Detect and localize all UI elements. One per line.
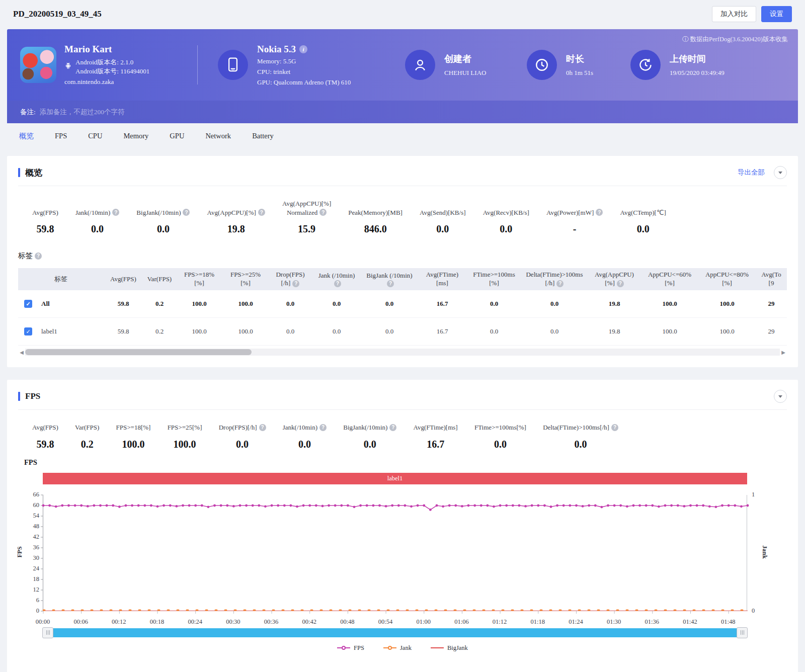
chart-label-band[interactable]: label1: [43, 473, 747, 484]
help-icon[interactable]: ?: [596, 209, 603, 216]
scroll-left-arrow-icon[interactable]: ◀: [18, 350, 25, 355]
y-tick-label: 0: [18, 607, 39, 615]
col-header-Avg(To: Avg(To[9: [756, 268, 787, 290]
x-tick-label: 00:00: [28, 618, 58, 626]
creator-value: CHEHUI LIAO: [444, 69, 486, 77]
add-compare-button[interactable]: 加入对比: [712, 6, 756, 22]
row-checkbox[interactable]: ✓: [24, 327, 32, 335]
col-header-AppCPU<=60%: AppCPU<=60%[%]: [641, 268, 698, 290]
stat-Avg(FTime)[ms]: Avg(FTime)[ms]16.7: [414, 423, 458, 450]
x-tick-label: 00:06: [66, 618, 96, 626]
scroll-right-arrow-icon[interactable]: ▶: [780, 350, 787, 355]
row-label: All: [41, 300, 50, 308]
stat-value: 59.8: [36, 439, 54, 450]
help-icon[interactable]: ?: [183, 209, 190, 216]
cell: 0.0: [467, 300, 521, 308]
table-row-All: ✓All59.80.2100.0100.00.00.00.016.70.00.0…: [18, 290, 787, 318]
tab-CPU[interactable]: CPU: [88, 132, 102, 140]
x-tick-label: 01:00: [409, 618, 439, 626]
tags-title: 标签: [18, 251, 33, 261]
tab-GPU[interactable]: GPU: [170, 132, 184, 140]
help-icon[interactable]: ?: [112, 209, 119, 216]
collapse-overview-button[interactable]: [774, 166, 787, 179]
stat-Jank(/10min): Jank(/10min)?0.0: [283, 423, 327, 450]
cell: 0.2: [143, 327, 176, 335]
scrollbar-track[interactable]: [25, 349, 780, 356]
legend-item-BigJank[interactable]: BigJank: [431, 644, 468, 652]
fps-section-title: FPS: [25, 391, 40, 401]
col-header-Delta(FTime)>100ms: Delta(FTime)>100ms[/h]?: [521, 268, 588, 290]
legend-label: BigJank: [447, 644, 468, 652]
stat-Avg(FPS): Avg(FPS)59.8: [32, 423, 58, 450]
x-tick-label: 00:12: [104, 618, 134, 626]
slider-handle-right[interactable]: [737, 627, 748, 638]
creator-label: 创建者: [444, 53, 486, 65]
cell: 100.0: [698, 300, 756, 308]
help-icon[interactable]: ?: [389, 424, 396, 431]
x-tick-label: 01:18: [523, 618, 553, 626]
note-input[interactable]: [40, 108, 785, 116]
y-tick-label: 24: [18, 565, 39, 572]
overview-stats-row: Avg(FPS)59.8Jank(/10min)?0.0BigJank(/10m…: [7, 186, 666, 235]
legend-item-FPS[interactable]: FPS: [337, 644, 364, 652]
stat-value: 15.9: [298, 223, 315, 235]
help-icon[interactable]: ?: [611, 424, 618, 431]
device-info-icon[interactable]: i: [299, 45, 307, 53]
settings-button[interactable]: 设置: [761, 6, 792, 22]
tab-Memory[interactable]: Memory: [123, 132, 148, 140]
help-icon[interactable]: ?: [35, 253, 42, 260]
help-icon[interactable]: ?: [259, 424, 266, 431]
cell: 100.0: [641, 327, 698, 335]
tab-FPS[interactable]: FPS: [55, 132, 67, 140]
page-title: PD_20200519_03_49_45: [13, 9, 102, 19]
stat-value: 0.0: [494, 439, 507, 450]
device-memory: Memory: 5.5G: [257, 57, 351, 65]
slider-handle-left[interactable]: [42, 627, 53, 638]
table-row-label1: ✓label159.80.2100.0100.00.00.00.016.70.0…: [18, 318, 787, 346]
y-tick-label: 36: [18, 544, 39, 551]
app-version-code: Android版本号: 116494001: [75, 67, 149, 76]
stat-value: 846.0: [364, 223, 387, 235]
x-tick-label: 01:42: [675, 618, 705, 626]
stat-Var(FPS): Var(FPS)0.2: [75, 423, 99, 450]
cell: 0.0: [361, 300, 418, 308]
help-icon[interactable]: ?: [556, 280, 564, 287]
tab-Battery[interactable]: Battery: [252, 132, 274, 140]
device-name: Nokia 5.3: [257, 44, 296, 55]
help-icon[interactable]: ?: [258, 209, 265, 216]
cell: 0.0: [521, 300, 588, 308]
tab-概览[interactable]: 概览: [19, 131, 34, 141]
stat-value: 100.0: [174, 439, 196, 450]
col-header-Var(FPS): Var(FPS): [143, 268, 176, 290]
info-icon: ⓘ: [682, 36, 690, 43]
app-package: com.nintendo.zaka: [64, 78, 149, 86]
tab-Network[interactable]: Network: [205, 132, 231, 140]
legend-item-Jank[interactable]: Jank: [383, 644, 412, 652]
col-header-Avg(AppCPU): Avg(AppCPU)[%]?: [588, 268, 641, 290]
help-icon[interactable]: ?: [319, 209, 327, 216]
help-icon[interactable]: ?: [334, 280, 341, 287]
cell: 0.0: [361, 327, 418, 335]
collapse-fps-button[interactable]: [774, 390, 787, 403]
stat-value: 19.8: [227, 223, 245, 235]
scrollbar-thumb[interactable]: [25, 349, 252, 355]
cell: 16.7: [418, 327, 467, 335]
legend-marker: [383, 647, 396, 648]
band-label: label1: [387, 475, 403, 482]
stat-Avg(FPS): Avg(FPS)59.8: [32, 208, 58, 235]
stat-value: 0.0: [364, 439, 376, 450]
range-slider[interactable]: [43, 628, 747, 637]
col-header-BigJank (/10min): BigJank (/10min)?: [361, 268, 418, 290]
note-strip[interactable]: 备注:: [7, 101, 798, 123]
duration-value: 0h 1m 51s: [566, 69, 593, 77]
row-checkbox[interactable]: ✓: [24, 300, 32, 308]
cell: 100.0: [698, 327, 756, 335]
help-icon[interactable]: ?: [387, 280, 394, 287]
x-tick-label: 00:18: [142, 618, 172, 626]
help-icon[interactable]: ?: [319, 424, 327, 431]
export-all-link[interactable]: 导出全部: [738, 168, 765, 177]
tags-table-header: 标签Avg(FPS)Var(FPS)FPS>=18%[%]FPS>=25%[%]…: [18, 268, 787, 290]
help-icon[interactable]: ?: [292, 280, 299, 287]
y-tick-label: 48: [18, 523, 39, 530]
help-icon[interactable]: ?: [617, 280, 624, 287]
